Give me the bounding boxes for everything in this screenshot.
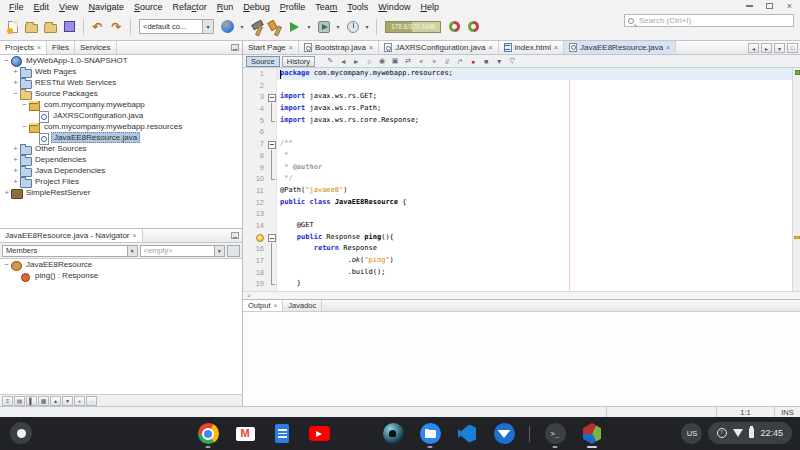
menu-run[interactable]: Run <box>212 2 239 12</box>
fold-toggle-icon[interactable] <box>267 138 276 150</box>
redo-button[interactable]: ↷ <box>108 18 125 35</box>
tree-item-label[interactable]: MyWebApp-1.0-SNAPSHOT <box>24 56 130 65</box>
close-icon[interactable]: × <box>274 302 278 309</box>
maximize-editor-button[interactable]: □ <box>787 43 798 53</box>
scroll-tabs-right-button[interactable]: ▸ <box>761 43 772 53</box>
line-number[interactable]: 7 <box>243 138 267 150</box>
line-number[interactable]: 17 <box>243 255 267 267</box>
new-file-button[interactable] <box>4 18 21 35</box>
editor-tab-start-page[interactable]: Start Page× <box>243 41 299 54</box>
tree-handle-icon[interactable]: − <box>20 100 29 109</box>
projects-tree-row[interactable]: +Dependencies <box>0 154 242 165</box>
memory-meter[interactable]: 178.8/370.1MB <box>385 21 441 33</box>
output-content[interactable] <box>243 312 800 406</box>
line-number[interactable]: 8 <box>243 150 267 162</box>
tab-services[interactable]: Services <box>75 41 117 54</box>
chrome-app-icon[interactable] <box>196 421 220 447</box>
line-number[interactable]: 13 <box>243 208 267 220</box>
forward-icon[interactable]: ► <box>350 56 362 67</box>
tree-handle-icon[interactable]: + <box>11 144 20 153</box>
projects-tree-row[interactable]: −Source Packages <box>0 88 242 99</box>
start-macro-icon[interactable]: ● <box>467 56 479 67</box>
projects-tree-row[interactable]: +RESTful Web Services <box>0 77 242 88</box>
tab-projects[interactable]: Projects× <box>0 41 47 54</box>
chevron-down-icon[interactable]: ▾ <box>363 18 371 35</box>
update-center-1-button[interactable] <box>446 18 463 35</box>
debug-button[interactable] <box>315 18 332 35</box>
open-project-button[interactable] <box>42 18 59 35</box>
tree-item-label[interactable]: JAXRSConfiguration.java <box>51 111 145 120</box>
show-fields-button[interactable]: ▤ <box>14 396 25 406</box>
close-icon[interactable]: × <box>369 44 373 51</box>
output-tab-output[interactable]: Output× <box>243 300 283 311</box>
config-select[interactable]: <default co...▾ <box>139 19 214 34</box>
tree-item-label[interactable]: SimpleRestServer <box>24 188 92 197</box>
tree-handle-icon[interactable]: + <box>11 155 20 164</box>
menu-refactor[interactable]: Refactor <box>168 2 212 12</box>
editor-tab-jaxrsconfiguration-java[interactable]: JAXRSConfiguration.java× <box>379 41 498 54</box>
line-number[interactable]: 1 <box>243 68 267 80</box>
tree-item-label[interactable]: com.mycompany.mywebapp <box>42 100 147 109</box>
scroll-tabs-left-button[interactable]: ◂ <box>748 43 759 53</box>
tree-item-label[interactable]: JavaEE8Resource.java <box>51 132 140 143</box>
projects-tree-row[interactable]: +Project Files <box>0 176 242 187</box>
line-number[interactable]: 5 <box>243 115 267 127</box>
menu-profile[interactable]: Profile <box>275 2 311 12</box>
tree-handle-icon[interactable]: − <box>11 89 20 98</box>
line-number[interactable] <box>243 232 267 244</box>
youtube-app-icon[interactable] <box>307 421 331 447</box>
insert-mode-indicator[interactable]: INS <box>774 407 800 417</box>
code-line[interactable] <box>277 208 792 220</box>
show-static-members-button[interactable]: ▌ <box>26 396 37 406</box>
editor-tab-javaee8resource-java[interactable]: JavaEE8Resource.java× <box>564 41 676 54</box>
restore-window-button[interactable] <box>764 1 775 11</box>
netbeans-app-icon[interactable] <box>580 421 604 447</box>
comment-icon[interactable]: // <box>441 56 453 67</box>
line-number[interactable]: 2 <box>243 80 267 92</box>
build-button[interactable] <box>248 18 265 35</box>
menu-window[interactable]: Window <box>373 2 415 12</box>
projects-tree-row[interactable]: +Web Pages <box>0 66 242 77</box>
line-number-gutter[interactable]: 123456789101112131416171819 <box>243 68 267 291</box>
error-stripe[interactable] <box>792 68 800 291</box>
navigator-view-button[interactable] <box>227 245 240 257</box>
minimize-window-button[interactable] <box>744 1 755 11</box>
code-line[interactable]: @Path("javaee8") <box>277 185 792 197</box>
code-line[interactable]: .build(); <box>277 267 792 279</box>
tree-handle-icon[interactable]: + <box>2 188 11 197</box>
code-line[interactable]: /** <box>277 138 792 150</box>
code-line[interactable]: * <box>277 150 792 162</box>
next-bookmark-icon[interactable]: ▽ <box>506 56 518 67</box>
vscode-app-icon[interactable] <box>455 421 479 447</box>
code-line[interactable]: import javax.ws.rs.GET; <box>277 91 792 103</box>
navigator-mode-select[interactable]: Members ▾ <box>2 245 138 257</box>
hint-bulb-icon[interactable] <box>256 234 264 242</box>
code-line[interactable]: package com.mycompany.mywebapp.resources… <box>277 68 792 80</box>
minimize-panel-button[interactable] <box>231 44 239 51</box>
projects-tree-row[interactable]: +Other Sources <box>0 143 242 154</box>
kindle-app-icon[interactable] <box>381 421 405 447</box>
projects-tree-row[interactable]: −MyWebApp-1.0-SNAPSHOT <box>0 55 242 66</box>
code-line[interactable]: public Response ping(){ <box>277 232 792 244</box>
docs-app-icon[interactable] <box>270 421 294 447</box>
line-number[interactable]: 18 <box>243 267 267 279</box>
save-all-button[interactable] <box>61 18 78 35</box>
tree-handle-icon[interactable]: + <box>11 177 20 186</box>
code-fold-margin[interactable] <box>267 68 277 291</box>
chevron-down-icon[interactable]: ▾ <box>238 18 246 35</box>
chevron-down-icon[interactable]: ▾ <box>305 18 313 35</box>
close-icon[interactable]: × <box>133 232 137 239</box>
close-window-button[interactable]: × <box>784 1 795 11</box>
show-non-public-members-button[interactable]: ▩ <box>38 396 49 406</box>
tab-files[interactable]: Files <box>47 41 75 54</box>
find-selection-icon[interactable]: ◉ <box>376 56 388 67</box>
line-number[interactable]: 11 <box>243 185 267 197</box>
line-number[interactable]: 4 <box>243 103 267 115</box>
show-inherited-members-button[interactable]: ≡ <box>2 396 13 406</box>
undo-button[interactable]: ↶ <box>89 18 106 35</box>
bookmark-icon[interactable]: ▼ <box>493 56 505 67</box>
menu-source[interactable]: Source <box>129 2 168 12</box>
code-line[interactable] <box>277 80 792 92</box>
launcher-button[interactable] <box>10 422 32 444</box>
sort-by-source-button[interactable]: ▾ <box>62 396 73 406</box>
